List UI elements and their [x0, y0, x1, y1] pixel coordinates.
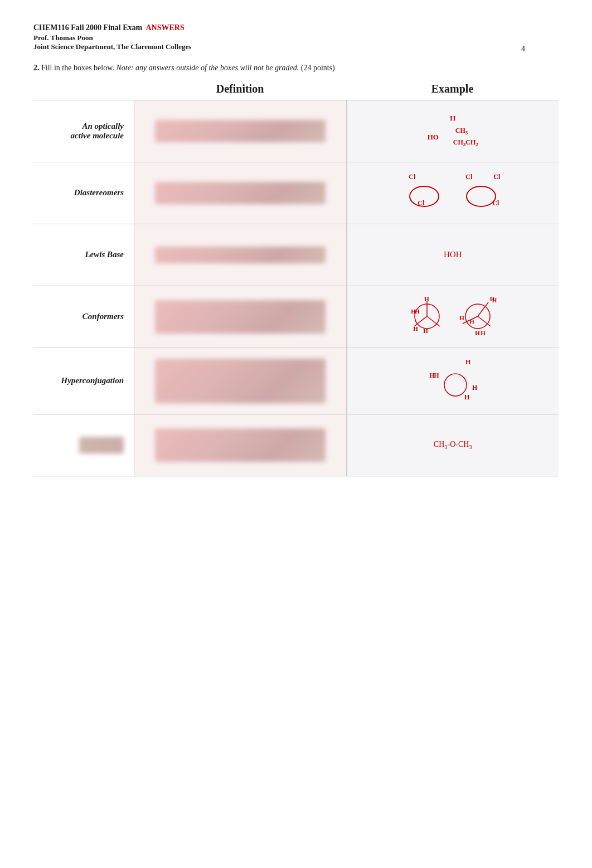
molecule-optically: H HO CH3 CH3CH2	[428, 113, 478, 148]
example-cell-last: CH3-O-CH3	[347, 414, 559, 476]
table-body: An opticallyactive molecule H HO CH3	[33, 100, 559, 476]
table-row: Hyperconjugation H H H H H	[33, 348, 559, 414]
column-headers: Definition Example	[134, 83, 559, 100]
example-cell-lewis: HOH	[347, 224, 559, 286]
blurred-row-label	[79, 437, 124, 454]
blurred-definition-2	[155, 182, 326, 204]
table-row: Lewis Base HOH	[33, 224, 559, 286]
newman-2: H H H H H H	[457, 296, 499, 337]
example-cell-hyperconj: H H H H H	[347, 348, 559, 414]
diastereomers-label-text: Diastereomers	[74, 188, 124, 197]
molecule-conformers: H H H H H H	[406, 296, 499, 337]
hyperconj-svg	[425, 356, 481, 406]
answers-label: ANSWERS	[145, 23, 184, 32]
professor-name: Prof. Thomas Poon	[33, 33, 559, 42]
molecule-diastereomers: Cl Cl Cl Cl Cl	[402, 171, 503, 215]
h-topright-n2: H	[492, 297, 497, 303]
cl-top-right-2: Cl	[493, 173, 500, 181]
question-text: 2. Fill in the boxes below. Note: any an…	[33, 64, 559, 73]
row-label-diastereomers: Diastereomers	[33, 162, 134, 224]
definition-cell-hyperconj	[134, 348, 347, 414]
cl-bottom-2: Cl	[492, 199, 499, 208]
row-label-hyperconj: Hyperconjugation	[33, 348, 134, 414]
question-points: (24 points)	[301, 64, 335, 72]
table-row: CH3-O-CH3	[33, 414, 559, 476]
definition-cell-lewis	[134, 224, 347, 286]
row-label-lewis: Lewis Base	[33, 224, 134, 286]
ring-2: Cl Cl Cl	[459, 171, 503, 215]
cl-bottom-1: Cl	[418, 199, 424, 208]
cl-top-1: Cl	[409, 173, 415, 181]
question-instruction: Fill in the boxes below.	[41, 64, 114, 72]
course-name: CHEM116 Fall 2000 Final Exam	[33, 23, 142, 32]
molecule-hyperconj: H H H H H	[425, 356, 481, 406]
lewis-label-text: Lewis Base	[85, 250, 124, 259]
molecule-last: CH3-O-CH3	[434, 440, 472, 450]
cl-top-2: Cl	[465, 173, 472, 181]
h-bot-n1: H	[413, 325, 418, 332]
h-bot-hc: H	[464, 393, 469, 402]
table-row: An opticallyactive molecule H HO CH3	[33, 100, 559, 162]
definition-cell-last	[134, 414, 347, 476]
svg-point-10	[444, 374, 467, 396]
h-bot2-n2: H	[481, 330, 486, 336]
blurred-definition-6	[155, 428, 326, 462]
h-mid-n2: H	[459, 315, 464, 321]
definition-cell-diastereomers	[134, 162, 347, 224]
blurred-definition-4	[155, 300, 326, 334]
table-row: Conformers	[33, 286, 559, 348]
question-note: Note: any answers outside of the boxes w…	[116, 64, 299, 72]
example-cell-optically: H HO CH3 CH3CH2	[347, 100, 559, 162]
definition-header: Definition	[134, 83, 346, 100]
molecule-hoh: HOH	[444, 250, 462, 259]
h-center-n1: H	[415, 308, 420, 315]
blurred-definition-3	[155, 247, 326, 263]
department: Joint Science Department, The Claremont …	[33, 42, 559, 51]
h-top-hc: H	[465, 358, 470, 367]
h-right-hc: H	[472, 384, 477, 392]
row-label-last	[33, 414, 134, 476]
page-number: 4	[521, 45, 525, 54]
svg-point-0	[410, 186, 439, 206]
example-cell-diastereomers: Cl Cl Cl Cl Cl	[347, 162, 559, 224]
h-bot2-n1: H	[423, 327, 428, 334]
blurred-definition-1	[155, 120, 326, 142]
definition-cell-conformers	[134, 286, 347, 348]
page-header: CHEM116 Fall 2000 Final Exam ANSWERS Pro…	[33, 22, 559, 51]
optically-label-text: An opticallyactive molecule	[71, 122, 124, 141]
table-row: Diastereomers Cl Cl	[33, 162, 559, 224]
ring-1: Cl Cl	[402, 171, 447, 215]
newman-1: H H H H H	[406, 296, 448, 337]
row-label-optically: An opticallyactive molecule	[33, 100, 134, 162]
conformers-label-text: Conformers	[83, 312, 124, 321]
course-title: CHEM116 Fall 2000 Final Exam ANSWERS	[33, 22, 559, 33]
h-top-n1: H	[424, 296, 429, 302]
row-label-conformers: Conformers	[33, 286, 134, 348]
answer-table: Definition Example An opticallyactive mo…	[33, 83, 559, 476]
example-header: Example	[346, 83, 559, 100]
h-bot-n2: H	[475, 330, 480, 336]
h-left2-hc: H	[429, 372, 434, 380]
svg-point-1	[467, 186, 496, 206]
h-mid2-n2: H	[469, 318, 474, 325]
definition-cell-optically	[134, 100, 347, 162]
question-number: 2.	[33, 64, 40, 72]
example-cell-conformers: H H H H H H	[347, 286, 559, 348]
hyperconj-label-text: Hyperconjugation	[61, 376, 124, 385]
blurred-definition-5	[155, 359, 326, 403]
